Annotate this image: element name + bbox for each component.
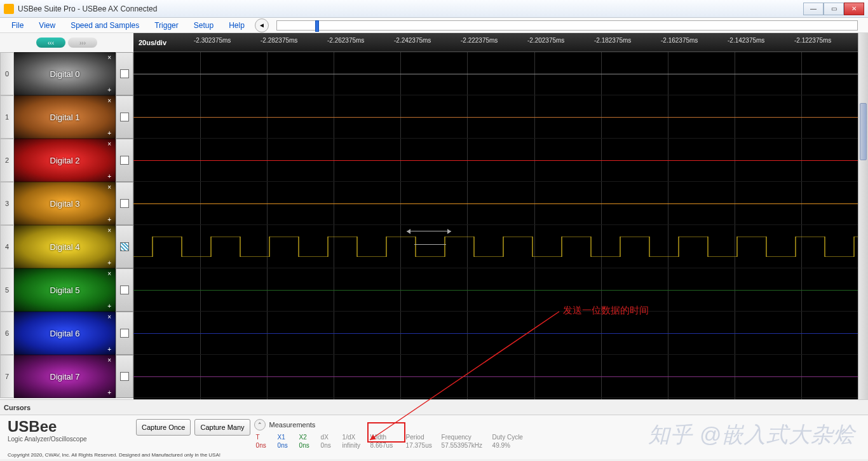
- channel-close-icon[interactable]: ×: [107, 141, 111, 148]
- channel-checkbox[interactable]: [120, 199, 129, 208]
- channel-index: 4: [0, 225, 14, 268]
- time-slider[interactable]: [276, 20, 858, 31]
- channel-block[interactable]: × Digital 5 +: [14, 268, 116, 312]
- channel-toggle[interactable]: [116, 355, 133, 398]
- titlebar-text: USBee Suite Pro - USBee AX Connected: [18, 4, 803, 13]
- meas-hd-dx: dX: [319, 433, 341, 441]
- menu-trigger[interactable]: Trigger: [148, 20, 185, 31]
- meas-val-period: 17.375us: [404, 441, 440, 450]
- pill-next[interactable]: ›››: [68, 38, 97, 48]
- waveform-lane-1: [133, 95, 868, 139]
- channel-toggle[interactable]: [116, 268, 133, 312]
- channel-checkbox[interactable]: [120, 372, 129, 381]
- pill-prev[interactable]: ‹‹‹: [36, 38, 65, 48]
- measurements-collapse-button[interactable]: ⌃: [254, 419, 266, 430]
- tick: -2.262375ms: [327, 37, 364, 44]
- flat-signal: [133, 376, 868, 377]
- channel-add-icon[interactable]: +: [107, 389, 111, 396]
- nav-prev-button[interactable]: ◄: [255, 18, 269, 32]
- cursors-strip: Cursors: [0, 399, 868, 415]
- channel-close-icon[interactable]: ×: [107, 270, 111, 277]
- waveform-lane-2: [133, 139, 868, 182]
- waveform-lane-0: [133, 52, 868, 95]
- channel-block[interactable]: × Digital 2 +: [14, 139, 116, 182]
- maximize-button[interactable]: ▭: [824, 3, 844, 15]
- flat-signal: [133, 160, 868, 161]
- vertical-scrollbar[interactable]: [858, 33, 868, 399]
- scrollbar-thumb[interactable]: [860, 103, 867, 160]
- channel-close-icon[interactable]: ×: [107, 54, 111, 61]
- measurements-toggle: ⌃ Measurements: [254, 419, 865, 430]
- meas-hd-width: Width: [369, 433, 404, 441]
- channel-checkbox[interactable]: [120, 113, 129, 121]
- brand-subtitle: Logic Analyzer/Oscilloscope: [8, 436, 126, 443]
- channel-name: Digital 3: [50, 199, 80, 209]
- tick: -2.162375ms: [661, 37, 698, 44]
- meas-hd-x1: X1: [276, 433, 297, 441]
- meas-hd-duty: Duty Cycle: [491, 433, 526, 441]
- channel-add-icon[interactable]: +: [107, 130, 111, 137]
- copyright-text: Copyright 2020, CWAV, Inc. All Rights Re…: [8, 452, 220, 458]
- meas-hd-period: Period: [404, 433, 440, 441]
- meas-val-duty: 49.9%: [491, 441, 526, 450]
- channel-checkbox[interactable]: [120, 156, 129, 165]
- channel-name: Digital 1: [50, 113, 80, 122]
- channel-name: Digital 4: [50, 242, 80, 252]
- menu-speed[interactable]: Speed and Samples: [64, 20, 146, 31]
- tick: -2.302375ms: [194, 37, 231, 44]
- channel-row-6: 6 × Digital 6 +: [0, 312, 133, 355]
- channel-toggle[interactable]: [116, 182, 133, 225]
- channel-toggle[interactable]: [116, 139, 133, 182]
- channel-block[interactable]: × Digital 1 +: [14, 95, 116, 139]
- waveform-area[interactable]: 20us/div -2.302375ms-2.282375ms-2.262375…: [133, 33, 868, 399]
- menu-view[interactable]: View: [32, 20, 62, 31]
- channel-block[interactable]: × Digital 0 +: [14, 52, 116, 95]
- channel-close-icon[interactable]: ×: [107, 97, 111, 104]
- channel-add-icon[interactable]: +: [107, 303, 111, 310]
- time-slider-thumb[interactable]: [315, 20, 319, 32]
- channel-block[interactable]: × Digital 4 +: [14, 225, 116, 268]
- channel-toggle[interactable]: [116, 225, 133, 268]
- channel-close-icon[interactable]: ×: [107, 313, 111, 320]
- channel-row-2: 2 × Digital 2 +: [0, 139, 133, 182]
- channel-toggle[interactable]: [116, 95, 133, 139]
- channel-name: Digital 6: [50, 329, 80, 338]
- minimize-button[interactable]: —: [803, 3, 824, 15]
- channel-add-icon[interactable]: +: [107, 259, 111, 266]
- meas-hd-idx: 1/dX: [341, 433, 369, 441]
- channel-name: Digital 5: [50, 286, 80, 295]
- channel-block[interactable]: × Digital 7 +: [14, 355, 116, 398]
- measurements-grid: T X1 X2 dX 1/dX Width Period Frequency D…: [254, 433, 865, 450]
- timeline-ticks: -2.302375ms-2.282375ms-2.262375ms-2.2423…: [133, 33, 868, 52]
- channel-index: 0: [0, 52, 14, 95]
- channel-toggle[interactable]: [116, 312, 133, 355]
- channel-close-icon[interactable]: ×: [107, 184, 111, 191]
- close-button[interactable]: ✕: [844, 3, 864, 15]
- meas-hd-freq: Frequency: [440, 433, 491, 441]
- channel-close-icon[interactable]: ×: [107, 357, 111, 364]
- menu-setup[interactable]: Setup: [187, 20, 220, 31]
- square-wave: [133, 237, 868, 257]
- channel-checkbox[interactable]: [120, 286, 129, 294]
- capture-many-button[interactable]: Capture Many: [194, 419, 250, 436]
- capture-once-button[interactable]: Capture Once: [136, 419, 191, 436]
- channel-block[interactable]: × Digital 3 +: [14, 182, 116, 225]
- channel-add-icon[interactable]: +: [107, 173, 111, 180]
- channel-block[interactable]: × Digital 6 +: [14, 312, 116, 355]
- channel-add-icon[interactable]: +: [107, 216, 111, 223]
- channels-list: 0 × Digital 0 + 1 × Digital 1 + 2 × Digi…: [0, 52, 133, 399]
- channel-row-1: 1 × Digital 1 +: [0, 95, 133, 139]
- tick: -2.222375ms: [461, 37, 498, 44]
- channel-checkbox[interactable]: [120, 329, 129, 338]
- channel-add-icon[interactable]: +: [107, 86, 111, 93]
- channel-checkbox[interactable]: [120, 69, 129, 78]
- menu-file[interactable]: File: [5, 20, 30, 31]
- channel-row-4: 4 × Digital 4 +: [0, 225, 133, 268]
- menu-help[interactable]: Help: [222, 20, 251, 31]
- flat-signal: [133, 203, 868, 204]
- channel-checkbox[interactable]: [120, 242, 129, 251]
- channel-toggle[interactable]: [116, 52, 133, 95]
- channel-close-icon[interactable]: ×: [107, 227, 111, 234]
- meas-val-freq: 57.553957kHz: [440, 441, 491, 450]
- channel-add-icon[interactable]: +: [107, 346, 111, 353]
